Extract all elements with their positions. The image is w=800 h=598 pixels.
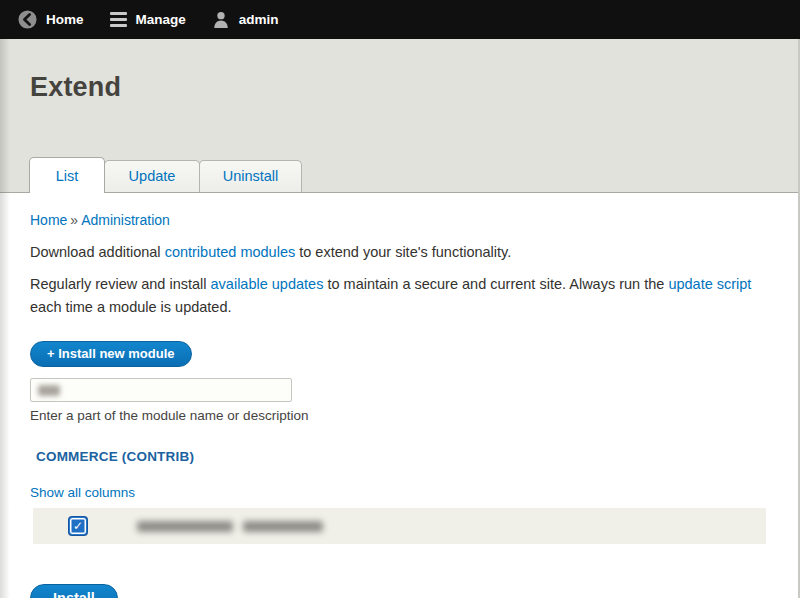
redacted-module-name xyxy=(137,521,323,532)
show-all-columns-link[interactable]: Show all columns xyxy=(30,485,135,500)
module-table-row: ✓ xyxy=(33,508,766,544)
tab-list[interactable]: List xyxy=(29,157,105,193)
back-arrow-icon xyxy=(18,10,37,29)
module-checkbox[interactable]: ✓ xyxy=(69,517,87,535)
hamburger-icon xyxy=(110,12,127,27)
page-title: Extend xyxy=(30,72,768,103)
breadcrumb: Home»Administration xyxy=(30,212,768,228)
user-icon xyxy=(212,10,230,29)
available-updates-link[interactable]: available updates xyxy=(211,276,324,292)
intro-p2-text-1: Regularly review and install xyxy=(30,276,211,292)
primary-tabs: List Update Uninstall xyxy=(0,154,798,193)
redacted-filter-text xyxy=(38,385,60,396)
toolbar-manage-label: Manage xyxy=(136,12,186,27)
breadcrumb-separator: » xyxy=(67,212,81,228)
breadcrumb-home-link[interactable]: Home xyxy=(30,212,67,228)
module-filter-input[interactable] xyxy=(30,378,292,402)
toolbar-home[interactable]: Home xyxy=(10,0,102,39)
install-new-module-button[interactable]: + Install new module xyxy=(30,341,192,367)
tab-uninstall[interactable]: Uninstall xyxy=(199,160,302,192)
main-content: Home»Administration Download additional … xyxy=(0,193,798,598)
intro-p2-text-3: each time a module is updated. xyxy=(30,299,232,315)
page-header: Extend xyxy=(0,39,798,154)
package-heading: COMMERCE (CONTRIB) xyxy=(30,449,768,464)
intro-p1-text-after: to extend your site's functionality. xyxy=(295,244,511,260)
admin-toolbar: Home Manage admin xyxy=(0,0,800,39)
intro-p1-text: Download additional xyxy=(30,244,165,260)
contributed-modules-link[interactable]: contributed modules xyxy=(165,244,296,260)
toolbar-user-label: admin xyxy=(239,12,279,27)
install-button[interactable]: Install xyxy=(30,584,118,598)
tab-update[interactable]: Update xyxy=(104,160,200,192)
toolbar-home-label: Home xyxy=(46,12,84,27)
toolbar-manage[interactable]: Manage xyxy=(102,0,204,39)
toolbar-user[interactable]: admin xyxy=(204,0,297,39)
filter-help-text: Enter a part of the module name or descr… xyxy=(30,408,768,423)
intro-paragraph-1: Download additional contributed modules … xyxy=(30,241,768,263)
page-container: Extend List Update Uninstall Home»Admini… xyxy=(0,39,800,598)
breadcrumb-administration-link[interactable]: Administration xyxy=(81,212,170,228)
intro-paragraph-2: Regularly review and install available u… xyxy=(30,273,768,318)
intro-p2-text-2: to maintain a secure and current site. A… xyxy=(323,276,668,292)
update-script-link[interactable]: update script xyxy=(668,276,751,292)
